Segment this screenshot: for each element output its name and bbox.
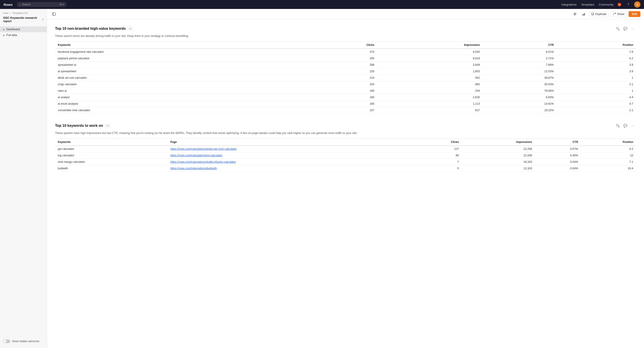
user-avatar[interactable]: A bbox=[634, 1, 640, 7]
sidebar-item-full-data-label: Full data bbox=[6, 33, 17, 37]
duplicate-button[interactable]: Duplicate bbox=[589, 11, 609, 17]
section2-comment-btn[interactable]: 💬 bbox=[622, 123, 628, 129]
breadcrumb: rows / Templates 3.0 bbox=[0, 12, 47, 16]
table-cell: 3,649 bbox=[377, 61, 482, 68]
table-cell: 19.22% bbox=[482, 107, 556, 113]
table-cell: 335 bbox=[311, 55, 377, 61]
table-cell: 7 bbox=[416, 159, 462, 165]
search-label: Search bbox=[22, 3, 31, 6]
section-top10-nonbranded: Top 10 non-branded high-value keywords <… bbox=[55, 25, 636, 114]
sidebar-title: GSC Keywords research report bbox=[3, 16, 42, 23]
page-link[interactable]: https://rows.com/calculators/virality-kf… bbox=[170, 160, 236, 164]
section2-table: Keywords Page Clicks Impressions CTR Pos… bbox=[55, 139, 636, 172]
chart-button[interactable] bbox=[580, 11, 587, 17]
table-cell: 3.9 bbox=[556, 61, 636, 68]
toolbar-left bbox=[50, 11, 57, 17]
svg-rect-5 bbox=[582, 14, 583, 15]
nav-community[interactable]: Community bbox=[599, 3, 614, 6]
svg-rect-4 bbox=[574, 15, 576, 15]
table-cell: 24.4 bbox=[581, 165, 636, 172]
table-row: raws ai18523479.06%1 bbox=[55, 87, 636, 94]
table-cell: 157 bbox=[311, 107, 377, 113]
hidden-elements-label: Show hidden elements bbox=[12, 340, 39, 343]
table-cell: 2.1 bbox=[556, 107, 636, 113]
nav-templates[interactable]: Templates bbox=[581, 3, 594, 6]
page-link[interactable]: https://rows.com/integrations/builtwith bbox=[170, 167, 217, 170]
sidebar-item-dashboard-label: Dashboard bbox=[6, 28, 20, 31]
table-row: convertible note calculator15781719.22%2… bbox=[55, 107, 636, 113]
sidebar-toggle-button[interactable] bbox=[50, 11, 57, 17]
toolbar-right: Duplicate Share Edit bbox=[572, 11, 640, 17]
table-cell: 4,545 bbox=[377, 48, 482, 55]
sidebar-title-row: GSC Keywords research report ▾ bbox=[0, 16, 47, 26]
col-clicks-1: Clicks bbox=[311, 41, 377, 48]
svg-rect-3 bbox=[574, 14, 576, 14]
svg-rect-6 bbox=[583, 14, 584, 15]
edit-button[interactable]: Edit bbox=[628, 11, 640, 17]
section2-more-btn[interactable]: ··· bbox=[630, 123, 636, 129]
table-cell: 12.53% bbox=[482, 68, 556, 74]
table-row: ai excel analysis1661,11314.91%4.7 bbox=[55, 100, 636, 107]
section2-code-icon[interactable]: <> bbox=[105, 124, 110, 128]
table-cell: 219 bbox=[311, 74, 377, 81]
table-cell: spreadsheet ai bbox=[55, 61, 311, 68]
col-impressions-1: Impressions bbox=[377, 41, 482, 48]
section1-code-icon[interactable]: <> bbox=[128, 27, 133, 31]
table-cell: 9,019 bbox=[377, 55, 482, 61]
sidebar-item-full-data[interactable]: ▶ Full data bbox=[0, 32, 47, 38]
table-cell: tiktok ad cost calculator bbox=[55, 74, 311, 81]
gift-button[interactable]: 🎁 bbox=[616, 1, 622, 7]
col-keywords-1: Keywords bbox=[55, 41, 311, 48]
col-clicks-2: Clicks bbox=[416, 139, 462, 146]
table-cell: 21,038 bbox=[462, 152, 535, 159]
help-button[interactable]: ? bbox=[625, 1, 632, 7]
table-cell: 4.4 bbox=[556, 94, 636, 100]
brand-logo[interactable]: Rows bbox=[4, 3, 12, 6]
col-position-1: Position bbox=[556, 41, 636, 48]
table-cell: 234 bbox=[377, 87, 482, 94]
section2-table-body: ppi calculatorhttps://rows.com/calculato… bbox=[55, 146, 636, 172]
table-cell: 5 bbox=[416, 165, 462, 172]
section1-table-head: Keywords Clicks Impressions CTR Position bbox=[55, 41, 636, 48]
table-cell: viral mango calculator bbox=[55, 159, 168, 165]
section1-actions: 🔍 💬 ··· bbox=[614, 25, 636, 32]
breadcrumb-root[interactable]: rows bbox=[3, 12, 8, 14]
sidebar-item-dashboard[interactable]: ▶ Dashboard bbox=[0, 26, 47, 32]
svg-rect-7 bbox=[584, 13, 585, 15]
sidebar-title-chevron[interactable]: ▾ bbox=[42, 18, 44, 21]
table-cell: builtwith bbox=[55, 165, 168, 172]
table-cell: convertible note calculator bbox=[55, 107, 311, 113]
hidden-elements-toggle[interactable] bbox=[3, 340, 10, 343]
nav-integrations[interactable]: Integrations bbox=[561, 3, 576, 6]
table-cell: 12 bbox=[581, 152, 636, 159]
view-text-button[interactable] bbox=[572, 11, 578, 17]
table-cell: 6.2 bbox=[556, 55, 636, 61]
content-toolbar: Duplicate Share Edit bbox=[47, 9, 644, 19]
page-link[interactable]: https://rows.com/calculators/log-calcula… bbox=[170, 154, 222, 157]
search-box[interactable]: ⌕ Search ⌘ K bbox=[17, 2, 66, 7]
section1-comment-btn[interactable]: 💬 bbox=[622, 25, 628, 32]
table-cell: 226 bbox=[311, 68, 377, 74]
table-cell: 185 bbox=[311, 87, 377, 94]
duplicate-label: Duplicate bbox=[595, 12, 606, 16]
nav-links: Integrations Templates Community bbox=[561, 3, 614, 6]
section2-title: Top 10 keywords to work on bbox=[55, 124, 103, 128]
section2-search-btn[interactable]: 🔍 bbox=[614, 123, 621, 129]
section1-title: Top 10 non-branded high-value keywords bbox=[55, 27, 126, 31]
section2-actions: 🔍 💬 ··· bbox=[614, 123, 636, 129]
share-button[interactable]: Share bbox=[611, 11, 627, 17]
table-cell: ppi calculator bbox=[55, 146, 168, 152]
table-row: ai spreadsheet2261,80312.53%3.6 bbox=[55, 68, 636, 74]
page-link[interactable]: https://rows.com/calculators/pixels-per-… bbox=[170, 147, 237, 151]
col-ctr-2: CTR bbox=[535, 139, 581, 146]
breadcrumb-current: Templates 3.0 bbox=[12, 12, 28, 14]
section1-header: Top 10 non-branded high-value keywords <… bbox=[55, 25, 636, 32]
table-cell: https://rows.com/calculators/virality-kf… bbox=[168, 159, 416, 165]
table-cell: 7.6 bbox=[556, 48, 636, 55]
section1-more-btn[interactable]: ··· bbox=[630, 25, 636, 32]
app-body: rows / Templates 3.0 GSC Keywords resear… bbox=[0, 9, 644, 348]
table-cell: 552 bbox=[377, 74, 482, 81]
share-label: Share bbox=[617, 12, 624, 16]
table-cell: 817 bbox=[377, 107, 482, 113]
section1-search-btn[interactable]: 🔍 bbox=[614, 25, 621, 32]
